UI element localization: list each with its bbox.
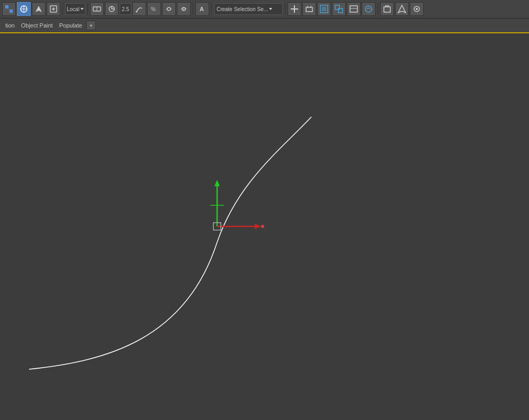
toolbar-icon-5[interactable] bbox=[90, 2, 104, 16]
menu-item-populate[interactable]: Populate bbox=[57, 21, 84, 30]
separator-5 bbox=[285, 3, 285, 15]
svg-rect-21 bbox=[322, 7, 326, 11]
svg-point-11 bbox=[136, 11, 137, 13]
create-selection-label: Create Selection Se... bbox=[217, 6, 268, 12]
svg-text:A: A bbox=[200, 6, 204, 12]
toolbar-icon-8[interactable]: % bbox=[147, 2, 161, 16]
toolbar-icon-11[interactable] bbox=[288, 2, 301, 16]
separator-4 bbox=[211, 3, 212, 15]
toolbar-icon-12[interactable] bbox=[302, 2, 316, 16]
toolbar-icon-4[interactable] bbox=[47, 2, 60, 16]
toolbar-icon-10[interactable] bbox=[177, 2, 191, 16]
svg-rect-17 bbox=[306, 7, 312, 12]
svg-rect-23 bbox=[338, 8, 343, 13]
menu-item-object-paint[interactable]: Object Paint bbox=[19, 21, 55, 30]
separator-6 bbox=[378, 3, 378, 15]
toolbar-icon-7[interactable] bbox=[132, 2, 146, 16]
toolbar-icon-2[interactable] bbox=[17, 2, 31, 16]
main-toolbar: Local 2.5 % bbox=[0, 0, 529, 19]
create-selection-arrow bbox=[269, 8, 272, 10]
svg-rect-0 bbox=[5, 5, 8, 8]
svg-marker-31 bbox=[214, 180, 220, 186]
toolbar-icon-14[interactable] bbox=[332, 2, 346, 16]
toolbar-icon-1[interactable] bbox=[2, 2, 16, 16]
secondary-toolbar: tion Object Paint Populate ▾ bbox=[0, 19, 529, 33]
separator-3 bbox=[193, 3, 193, 15]
svg-point-35 bbox=[261, 225, 264, 228]
svg-rect-1 bbox=[10, 10, 13, 13]
toolbar2-icon-symbol: ▾ bbox=[90, 23, 92, 28]
viewport bbox=[0, 33, 529, 420]
toolbar-icon-15[interactable] bbox=[347, 2, 361, 16]
toolbar-icon-6[interactable] bbox=[105, 2, 119, 16]
toolbar-icon-16[interactable] bbox=[362, 2, 375, 16]
create-selection-dropdown[interactable]: Create Selection Se... bbox=[214, 3, 283, 15]
svg-rect-27 bbox=[384, 7, 390, 12]
separator-1 bbox=[62, 3, 63, 15]
local-dropdown-label: Local bbox=[67, 6, 79, 12]
toolbar2-extra-icon[interactable]: ▾ bbox=[86, 21, 96, 30]
svg-text:%: % bbox=[151, 6, 156, 12]
toolbar-icon-text[interactable]: A bbox=[195, 2, 209, 16]
toolbar-icon-18[interactable] bbox=[395, 2, 409, 16]
toolbar-icon-19[interactable] bbox=[410, 2, 424, 16]
svg-rect-22 bbox=[335, 5, 339, 10]
local-dropdown[interactable]: Local bbox=[65, 3, 85, 15]
toolbar-icon-17[interactable] bbox=[380, 2, 394, 16]
toolbar-icon-3[interactable] bbox=[32, 2, 46, 16]
number-display: 2.5 bbox=[120, 3, 131, 15]
transform-gizmo bbox=[188, 168, 273, 253]
separator-2 bbox=[87, 3, 88, 15]
menu-item-selection[interactable]: tion bbox=[3, 21, 17, 30]
number-value-text: 2.5 bbox=[122, 6, 129, 12]
svg-point-29 bbox=[416, 8, 418, 10]
svg-rect-24 bbox=[350, 6, 357, 12]
svg-marker-34 bbox=[255, 224, 261, 229]
toolbar-icon-9[interactable] bbox=[162, 2, 176, 16]
local-dropdown-arrow bbox=[80, 8, 84, 10]
svg-point-26 bbox=[365, 6, 372, 12]
toolbar-icon-13[interactable] bbox=[317, 2, 331, 16]
